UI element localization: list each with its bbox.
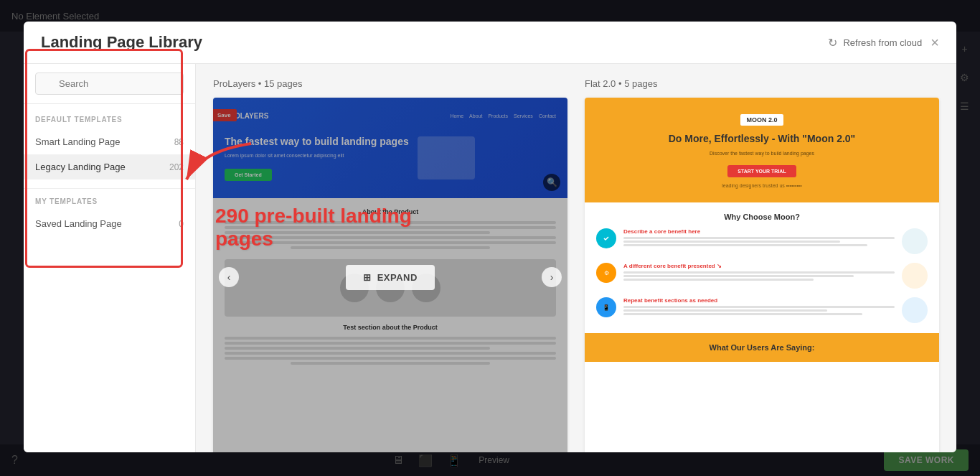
templates-main-content: ProLayers • 15 pages Save PROLAYERS (196, 64, 956, 452)
expand-icon: ⊞ (363, 272, 372, 283)
flat-preview: MOON 2.0 Do More, Effortlessly - With "M… (585, 98, 939, 452)
sidebar-item-count: 202 (169, 162, 184, 172)
ft-line (623, 309, 827, 312)
ft-yellow-section: What Our Users Are Saying: (585, 333, 939, 362)
landing-page-library-modal: Landing Page Library ↻ Refresh from clou… (24, 22, 956, 452)
ft-line (623, 237, 895, 239)
ft-hero-sub: Discover the fastest way to build landin… (596, 151, 928, 156)
template-expand-overlay: ⊞ EXPAND (213, 98, 567, 452)
modal-header: Landing Page Library ↻ Refresh from clou… (24, 22, 956, 64)
prolayers-template-card[interactable]: Save PROLAYERS Home About Products Ser (213, 98, 567, 452)
sidebar-item-legacy-landing-page[interactable]: Legacy Landing Page 202 (24, 154, 195, 179)
modal-close-button[interactable]: × (930, 35, 939, 50)
flat-template-card[interactable]: MOON 2.0 Do More, Effortlessly - With "M… (585, 98, 939, 452)
expand-button[interactable]: ⊞ EXPAND (346, 265, 435, 290)
ft-benefit-lines-2 (623, 271, 895, 281)
ft-benefit-3: 📱 Repeat benefit sections as needed (596, 297, 928, 323)
prolayers-card-inner: Save PROLAYERS Home About Products Ser (213, 98, 567, 452)
ft-hero-cta-button[interactable]: START YOUR TRIAL (727, 165, 796, 177)
ft-why-title: Why Choose Moon? (596, 213, 928, 221)
ft-line (623, 275, 854, 277)
refresh-icon: ↻ (828, 36, 837, 50)
modal-title: Landing Page Library (41, 33, 202, 52)
sidebar-divider (24, 188, 195, 189)
my-templates-section-label: MY TEMPLATES (24, 197, 195, 211)
sidebar-item-smart-landing-page[interactable]: Smart Landing Page 88 (24, 129, 195, 154)
flat-label: Flat 2.0 • 5 pages (585, 78, 939, 89)
ft-benefit-lines-1 (623, 237, 895, 246)
ft-line (623, 279, 814, 281)
sidebar-nav: DEFAULT TEMPLATES Smart Landing Page 88 … (24, 104, 195, 452)
ft-line (623, 313, 862, 315)
ft-benefit-list: Describe a core benefit here (596, 228, 928, 323)
ft-logo: MOON 2.0 (740, 114, 783, 126)
ft-benefit-title-2: A different core benefit presented ↘ (623, 263, 895, 269)
ft-benefit-image-2 (902, 263, 928, 289)
svg-text:📱: 📱 (603, 304, 610, 311)
refresh-label: Refresh from cloud (843, 37, 922, 48)
template-card-nav-prev[interactable]: ‹ (219, 267, 239, 287)
ft-benefit-icon-2: ⚙ (596, 263, 616, 283)
ft-line (623, 241, 840, 243)
ft-benefit-text-1: Describe a core benefit here (623, 228, 895, 246)
search-box-container: 🔍 (24, 64, 195, 104)
ft-line (623, 306, 895, 308)
ft-hero-section: MOON 2.0 Do More, Effortlessly - With "M… (585, 98, 939, 202)
ft-benefit-image-1 (902, 228, 928, 254)
sidebar-item-label: Legacy Landing Page (35, 162, 126, 172)
ft-benefit-lines-3 (623, 306, 895, 315)
flat-template-group: Flat 2.0 • 5 pages MOON 2.0 Do More, Eff… (585, 78, 939, 452)
template-card-nav-next[interactable]: › (542, 267, 562, 287)
ft-yellow-title: What Our Users Are Saying: (596, 343, 928, 352)
svg-text:⚙: ⚙ (604, 270, 609, 276)
ft-benefit-icon-1 (596, 228, 616, 248)
ft-benefit-text-3: Repeat benefit sections as needed (623, 297, 895, 315)
template-sidebar: 🔍 DEFAULT TEMPLATES Smart Landing Page 8… (24, 64, 196, 452)
prolayers-label: ProLayers • 15 pages (213, 78, 567, 89)
refresh-from-cloud-button[interactable]: ↻ Refresh from cloud (828, 36, 922, 50)
ft-subtext: leading designers trusted us ••••••••• (596, 183, 928, 188)
sidebar-item-count: 0 (179, 219, 184, 229)
flat-card-inner: MOON 2.0 Do More, Effortlessly - With "M… (585, 98, 939, 452)
prolayers-template-group: ProLayers • 15 pages Save PROLAYERS (213, 78, 567, 452)
sidebar-item-saved-landing-page[interactable]: Saved Landing Page 0 (24, 211, 195, 236)
modal-overlay: Landing Page Library ↻ Refresh from clou… (0, 0, 980, 476)
ft-hero-title: Do More, Effortlessly - With "Moon 2.0" (596, 133, 928, 145)
ft-benefit-text-2: A different core benefit presented ↘ (623, 263, 895, 281)
default-templates-section-label: DEFAULT TEMPLATES (24, 116, 195, 129)
ft-benefit-2: ⚙ A different core benefit presented ↘ (596, 263, 928, 289)
ft-line (623, 244, 867, 246)
templates-grid: ProLayers • 15 pages Save PROLAYERS (213, 78, 939, 452)
ft-line (623, 271, 895, 274)
ft-benefit-1: Describe a core benefit here (596, 228, 928, 254)
ft-benefit-title-3: Repeat benefit sections as needed (623, 297, 895, 304)
expand-label: EXPAND (377, 272, 418, 283)
search-input[interactable] (35, 73, 184, 95)
search-wrapper: 🔍 (35, 73, 184, 95)
sidebar-item-label: Smart Landing Page (35, 136, 121, 147)
ft-benefit-image-3 (902, 297, 928, 323)
ft-why-section: Why Choose Moon? (585, 202, 939, 333)
modal-body: 🔍 DEFAULT TEMPLATES Smart Landing Page 8… (24, 64, 956, 452)
ft-benefit-icon-3: 📱 (596, 297, 616, 317)
modal-header-actions: ↻ Refresh from cloud × (828, 35, 939, 50)
sidebar-item-label: Saved Landing Page (35, 218, 122, 229)
ft-benefit-title-1: Describe a core benefit here (623, 228, 895, 235)
sidebar-item-count: 88 (174, 137, 184, 147)
